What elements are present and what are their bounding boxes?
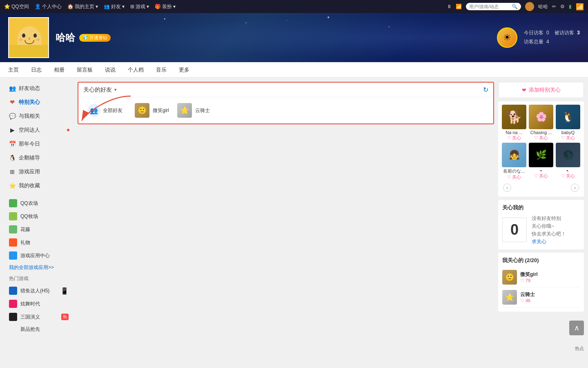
care-link-nana[interactable]: ♡ 关心 xyxy=(507,135,521,141)
care-link-chasing[interactable]: ♡ 关心 xyxy=(534,135,548,141)
nana-avatar: 🐕 xyxy=(502,105,526,129)
my-care-hearts-1: ♡ 79 xyxy=(520,278,580,283)
fishing-icon xyxy=(9,287,17,295)
my-care-title: 我关心的 (2/20) xyxy=(502,257,580,264)
person-icon: 👤 xyxy=(35,4,41,9)
hot-badge: 热 xyxy=(61,314,69,320)
name2-avatar: 🌿 xyxy=(529,143,553,167)
subnav-status[interactable]: 说说 xyxy=(105,63,116,77)
search-icon[interactable]: 🔍 xyxy=(512,4,518,9)
sidebar-item-friend-feed[interactable]: 👥 好友动态 xyxy=(4,82,74,95)
profile-avatar[interactable] xyxy=(8,17,49,58)
subnav-profile[interactable]: 个人档 xyxy=(128,63,144,77)
chevron-down-icon: ▾ xyxy=(122,4,125,9)
sidebar-item-this-day[interactable]: 📅 那年今日 xyxy=(4,137,74,150)
dropdown-arrow[interactable]: ▾ xyxy=(114,87,117,92)
nav-friends[interactable]: 👥 好友 ▾ xyxy=(104,3,125,10)
my-care-hearts-2: ♡ 46 xyxy=(520,298,580,303)
top-nav-left: ⭐ QQ空间 👤 个人中心 🏠 我的主页 ▾ 👥 好友 ▾ ⊞ 游戏 ▾ 🎁 装… xyxy=(4,3,440,10)
care-link-babyq[interactable]: ♡ 关心 xyxy=(561,135,575,141)
subnav-diary[interactable]: 日志 xyxy=(31,63,42,77)
penguin-icon: 🐧 xyxy=(9,155,16,161)
my-care-item-1[interactable]: 🙂 微笑girl ♡ 79 xyxy=(502,267,580,287)
next-arrow[interactable]: › xyxy=(571,184,579,192)
care-friend-1[interactable]: 🙂 微笑girl xyxy=(135,103,169,118)
care-link-name3[interactable]: ♡ 关心 xyxy=(561,173,575,179)
top-nav-right: ⏸ 📶 🔍 哈哈 ✏ ⚙ ▮ 📶 xyxy=(447,2,584,11)
all-friends-icon: 👥 xyxy=(87,104,100,117)
sidebar-item-favorites[interactable]: ⭐ 我的收藏 xyxy=(4,179,74,192)
sidebar-item-tutoring[interactable]: 🐧 企鹅辅导 xyxy=(4,151,74,164)
hot-point-label[interactable]: 热点 xyxy=(575,346,584,352)
sidebar-game-sanguo[interactable]: 三国演义 热 xyxy=(4,311,74,323)
sidebar-item-related[interactable]: 💬 与我相关 xyxy=(4,110,74,123)
profile-name: 哈哈 xyxy=(56,31,75,44)
sidebar-game-dance[interactable]: 炫舞时代 xyxy=(4,298,74,310)
heart-icon: ♡ xyxy=(534,173,538,179)
subnav-more[interactable]: 更多 xyxy=(179,63,189,77)
notification-dot xyxy=(67,129,69,131)
home-icon: 🏠 xyxy=(67,4,74,9)
sidebar-new-products[interactable]: 新品抢先 xyxy=(4,324,74,335)
babyq-avatar: 🐧 xyxy=(556,105,580,129)
care-link-name2[interactable]: ♡ 关心 xyxy=(534,173,548,179)
prev-arrow[interactable]: ‹ xyxy=(503,184,511,192)
diamond-icon: 💎 xyxy=(82,35,88,40)
sidebar-item-space-master[interactable]: ▶ 空间达人 xyxy=(4,123,74,137)
heart-icon: ♡ xyxy=(507,135,511,141)
sidebar-game-flower[interactable]: 花藤 xyxy=(4,223,74,236)
special-care-title: 关心的好友 ▾ xyxy=(83,86,117,94)
care-friend-2[interactable]: ⭐ 云骑士 xyxy=(177,103,210,118)
recommend-name1[interactable]: 👧 名前のな... ♡ 关心 xyxy=(501,143,527,180)
scroll-to-top-button[interactable]: ∧ xyxy=(569,321,584,335)
subnav-guestbook[interactable]: 留言板 xyxy=(77,63,93,77)
farm-icon xyxy=(9,199,17,207)
subnav-home[interactable]: 主页 xyxy=(8,63,19,77)
refresh-icon[interactable]: ↻ xyxy=(483,86,488,94)
sidebar-game-qqranch[interactable]: QQ牧场 xyxy=(4,210,74,222)
flower-icon xyxy=(9,225,17,233)
edit-icon: ✏ xyxy=(552,4,556,9)
games-icon: ⊞ xyxy=(9,168,16,175)
recommend-chasing[interactable]: 🌸 Chasing ... ♡ 关心 xyxy=(528,105,554,141)
care-item-all[interactable]: 👥 全部好友 xyxy=(83,101,127,119)
subnav-music[interactable]: 音乐 xyxy=(156,63,167,77)
sidebar-game-gift[interactable]: 礼物 xyxy=(4,236,74,249)
add-care-button[interactable]: ❤ 添加特别关心 xyxy=(498,82,584,98)
all-games-link[interactable]: 我的全部游戏应用>> xyxy=(4,263,74,273)
recommend-name3[interactable]: 🌑 •. ♡ 关心 xyxy=(555,143,581,180)
pause-icon: ⏸ xyxy=(447,4,452,9)
chevron-down-icon: ▾ xyxy=(173,4,176,9)
vip-badge[interactable]: 💎 开通黄钻 xyxy=(79,34,111,42)
sidebar-item-games[interactable]: ⊞ 游戏应用 xyxy=(4,165,74,178)
search-box[interactable]: 🔍 xyxy=(466,3,521,10)
user-avatar[interactable] xyxy=(525,2,534,11)
care-me-title: 关心我的 xyxy=(502,204,580,211)
search-input[interactable] xyxy=(469,4,510,9)
subnav-album[interactable]: 相册 xyxy=(54,63,65,77)
sidebar-item-special-care[interactable]: ❤ 特别关心 xyxy=(4,96,74,109)
star-icon: ⭐ xyxy=(9,182,16,189)
recommend-name2[interactable]: 🌿 • ♡ 关心 xyxy=(528,143,554,180)
nav-personal-center[interactable]: 👤 个人中心 xyxy=(35,3,62,10)
recommend-row-2: 👧 名前のな... ♡ 关心 🌿 • ♡ 关心 xyxy=(501,143,581,180)
sidebar-game-qqfarm[interactable]: QQ农场 xyxy=(4,197,74,209)
grid-icon: ⊞ xyxy=(130,4,134,9)
recommend-nana[interactable]: 🐕 Na na ... ♡ 关心 xyxy=(501,105,527,141)
nav-games[interactable]: ⊞ 游戏 ▾ xyxy=(130,3,149,10)
my-care-item-2[interactable]: ⭐ 云骑士 ♡ 46 xyxy=(502,287,580,307)
care-link-name1[interactable]: ♡ 关心 xyxy=(507,174,521,180)
nav-dressup[interactable]: 🎁 装扮 ▾ xyxy=(155,3,176,10)
nav-qq-space[interactable]: ⭐ QQ空间 xyxy=(4,3,29,10)
sidebar-game-fishing[interactable]: 猎鱼达人(H5) 📱 xyxy=(4,285,74,297)
settings-icon[interactable]: ⚙ xyxy=(560,4,565,9)
special-care-list: 👥 全部好友 🙂 微笑girl ⭐ 云骑士 xyxy=(78,97,493,123)
sidebar-game-center[interactable]: 游戏应用中心 xyxy=(4,249,74,262)
special-care-header: 关心的好友 ▾ ↻ xyxy=(78,83,493,97)
signal-strength-icon: 📶 xyxy=(576,3,584,11)
recommend-babyq[interactable]: 🐧 babyQ ♡ 关心 xyxy=(555,105,581,141)
nav-my-homepage[interactable]: 🏠 我的主页 ▾ xyxy=(67,3,98,10)
seek-care-link[interactable]: 求关心 xyxy=(532,238,566,245)
name3-avatar: 🌑 xyxy=(556,143,580,167)
care-me-section: 关心我的 0 没有好友特别 关心你哦~ 快去求关心吧！ 求关心 xyxy=(498,200,584,249)
